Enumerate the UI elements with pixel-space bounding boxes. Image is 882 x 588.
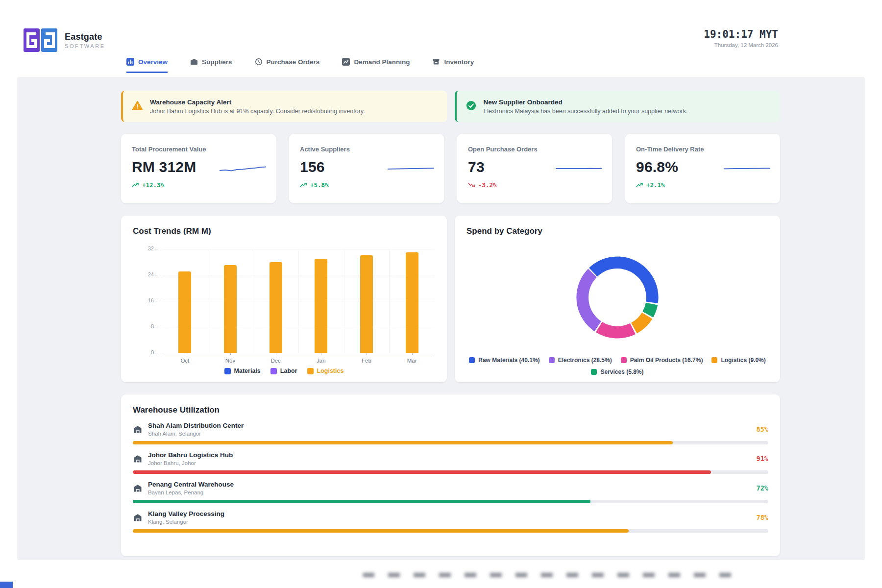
trend-up-icon	[636, 182, 643, 188]
x-axis-label: Nov	[208, 358, 253, 364]
warehouse-icon	[133, 483, 143, 493]
x-axis-label: Jan	[298, 358, 344, 364]
tab-inventory[interactable]: Inventory	[432, 58, 474, 73]
warehouse-utilization-fill	[133, 441, 673, 444]
legend-label: Raw Materials (40.1%)	[478, 357, 539, 364]
kpi-row: Total Procurement ValueRM 312M+12.3%Acti…	[121, 134, 780, 203]
warehouse-utilization-value: 72%	[757, 484, 768, 492]
tab-overview[interactable]: Overview	[126, 58, 168, 73]
legend-swatch	[307, 368, 314, 374]
kpi-delta: +5.8%	[300, 181, 433, 189]
x-axis-tick	[412, 353, 413, 355]
warehouse-utilization-value: 78%	[757, 514, 768, 521]
warehouse-utilization-fill	[133, 500, 590, 503]
kpi-delta-value: +2.1%	[646, 181, 665, 189]
kpi-delta: +2.1%	[636, 181, 769, 189]
warehouse-location: Klang, Selangor	[148, 519, 224, 525]
x-axis-label: Oct	[162, 358, 208, 364]
bar-mar	[406, 252, 418, 353]
gridline	[253, 249, 253, 353]
legend-item[interactable]: Palm Oil Products (16.7%)	[621, 357, 703, 364]
legend-label: Services (5.8%)	[600, 368, 643, 375]
warehouse-utilization-title: Warehouse Utilization	[133, 405, 220, 415]
tab-label: Suppliers	[202, 58, 232, 66]
warehouse-utilization-card: Warehouse Utilization Shah Alam Distribu…	[121, 394, 780, 556]
alert-title: New Supplier Onboarded	[484, 98, 688, 106]
legend-label: Logistics	[317, 368, 344, 374]
bottom-cutoff-content	[363, 573, 740, 577]
legend-swatch	[270, 368, 277, 374]
x-axis-tick	[230, 353, 231, 355]
legend-label: Logistics (9.0%)	[721, 357, 765, 364]
cost-trends-card: Cost Trends (RM M) 08162432OctNovDecJanF…	[121, 216, 447, 382]
trend-up-icon	[132, 182, 139, 188]
kpi-card: Active Suppliers156+5.8%	[289, 134, 444, 203]
bar-feb	[360, 255, 373, 353]
kpi-delta-value: -3.2%	[478, 181, 497, 189]
tab-suppliers[interactable]: Suppliers	[190, 58, 232, 73]
bar-oct	[178, 271, 191, 353]
legend-item-materials[interactable]: Materials	[224, 368, 261, 374]
warehouse-name: Penang Central Warehouse	[148, 481, 234, 488]
legend-item[interactable]: Services (5.8%)	[591, 368, 643, 375]
y-axis-tick: 24	[143, 271, 157, 277]
alert-title: Warehouse Capacity Alert	[150, 98, 365, 106]
y-axis-tick: 32	[143, 245, 157, 251]
gridline	[162, 353, 435, 353]
warehouse-row-header: Shah Alam Distribution CenterShah Alam, …	[133, 422, 768, 437]
briefcase-icon	[190, 58, 198, 66]
legend-label: Palm Oil Products (16.7%)	[630, 357, 703, 364]
x-axis-label: Feb	[344, 358, 390, 364]
kpi-card: Total Procurement ValueRM 312M+12.3%	[121, 134, 276, 203]
trend-up-icon	[300, 182, 307, 188]
warehouse-text: Klang Valley ProcessingKlang, Selangor	[148, 510, 224, 525]
gridline	[344, 249, 344, 353]
nav-tabs: OverviewSuppliersPurchase OrdersDemand P…	[126, 58, 474, 73]
dashboard-panel: Warehouse Capacity Alert Johor Bahru Log…	[17, 77, 865, 560]
kpi-delta: -3.2%	[468, 181, 601, 189]
overview-chart-icon	[126, 58, 134, 66]
legend-item-logistics[interactable]: Logistics	[307, 368, 344, 374]
warehouse-utilization-value: 85%	[757, 425, 768, 433]
tab-purchase-orders[interactable]: Purchase Orders	[255, 58, 320, 73]
gridline	[389, 249, 390, 353]
legend-item[interactable]: Raw Materials (40.1%)	[469, 357, 539, 364]
legend-item[interactable]: Logistics (9.0%)	[711, 357, 765, 364]
kpi-sparkline	[388, 162, 434, 175]
kpi-label: Active Suppliers	[300, 146, 433, 153]
kpi-label: On-Time Delivery Rate	[636, 146, 769, 153]
tab-demand-planning[interactable]: Demand Planning	[342, 58, 410, 73]
alert-message: Johor Bahru Logistics Hub is at 91% capa…	[150, 108, 365, 115]
warehouse-utilization-bar	[133, 441, 768, 444]
warehouse-location: Johor Bahru, Johor	[148, 460, 233, 466]
warehouse-utilization-fill	[133, 470, 711, 474]
kpi-label: Open Purchase Orders	[468, 146, 601, 153]
alert-text: New Supplier Onboarded Flextronics Malay…	[484, 98, 688, 115]
legend-item[interactable]: Electronics (28.5%)	[549, 357, 612, 364]
new-supplier-alert: New Supplier Onboarded Flextronics Malay…	[455, 91, 781, 122]
clock-date: Thursday, 12 March 2026	[704, 42, 778, 48]
legend-label: Labor	[280, 368, 297, 374]
eastgate-logo-icon	[24, 27, 58, 53]
app-header: Eastgate SOFTWARE 19:01:17 MYT Thursday,…	[0, 0, 882, 77]
x-axis-label: Dec	[253, 358, 298, 364]
warehouse-utilization-bar	[133, 470, 768, 474]
bar-dec	[270, 262, 282, 353]
brand-subtitle: SOFTWARE	[65, 43, 105, 49]
warehouse-row-header: Johor Bahru Logistics HubJohor Bahru, Jo…	[133, 451, 768, 466]
warehouse-name: Shah Alam Distribution Center	[148, 422, 244, 429]
warehouse-location: Bayan Lepas, Penang	[148, 490, 234, 495]
warehouse-rows: Shah Alam Distribution CenterShah Alam, …	[133, 422, 768, 533]
clock: 19:01:17 MYT Thursday, 12 March 2026	[704, 28, 778, 48]
charts-row: Cost Trends (RM M) 08162432OctNovDecJanF…	[121, 216, 780, 382]
gridline	[298, 249, 299, 353]
alert-text: Warehouse Capacity Alert Johor Bahru Log…	[150, 98, 365, 115]
alert-message: Flextronics Malaysia has been successful…	[484, 108, 688, 115]
x-axis-tick	[276, 353, 276, 355]
legend-item-labor[interactable]: Labor	[270, 368, 297, 374]
brand-name: Eastgate	[65, 32, 105, 42]
kpi-sparkline	[724, 162, 770, 175]
x-axis-tick	[321, 353, 321, 355]
kpi-delta: +12.3%	[132, 181, 265, 189]
spend-category-legend: Raw Materials (40.1%)Electronics (28.5%)…	[446, 357, 789, 375]
